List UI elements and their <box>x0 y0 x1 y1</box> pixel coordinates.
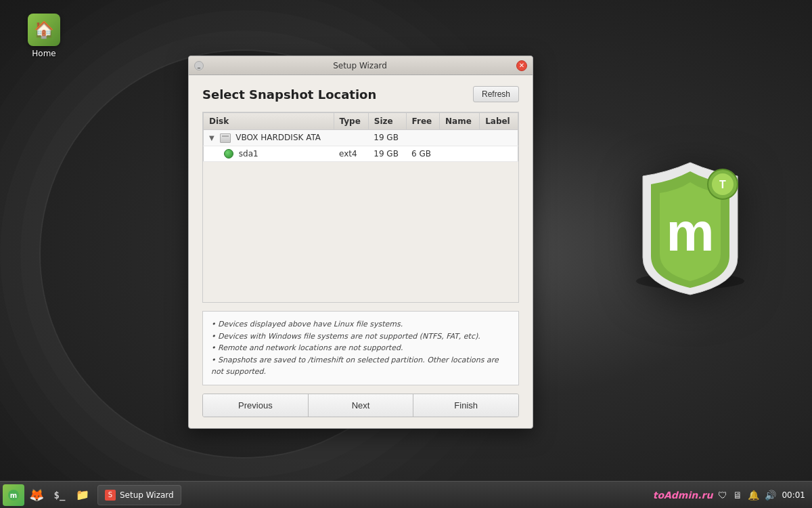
toadmin-watermark: toAdmin.ru <box>653 490 713 501</box>
partition-size-cell: 19 GB <box>368 146 406 162</box>
files-button[interactable]: 📁 <box>72 484 93 506</box>
desktop-icon-label: Home <box>32 49 55 58</box>
disk-table: Disk Type Size Free Name Label <box>203 112 518 162</box>
harddisk-icon <box>220 133 231 143</box>
partition-name: sda1 <box>239 149 258 158</box>
next-button[interactable]: Next <box>309 394 414 417</box>
col-disk: Disk <box>204 113 334 130</box>
setup-wizard-icon: S <box>105 490 116 501</box>
previous-button[interactable]: Previous <box>203 394 309 417</box>
disk-type-cell <box>334 130 368 146</box>
note-3: • Remote and network locations are not s… <box>211 342 510 354</box>
svg-text:m: m <box>10 492 17 499</box>
mint-logo: m T <box>623 149 758 298</box>
expand-arrow-icon: ▼ <box>209 134 215 142</box>
partition-name-val-cell <box>439 146 479 162</box>
partition-name-cell: sda1 <box>204 146 334 162</box>
mint-menu-button[interactable]: m <box>3 484 24 506</box>
refresh-button[interactable]: Refresh <box>473 86 519 102</box>
partition-type-cell: ext4 <box>334 146 368 162</box>
disk-name: VBOX HARDDISK ATA <box>235 133 321 142</box>
dialog-title: Setup Wizard <box>204 61 516 70</box>
disk-free-cell <box>406 130 439 146</box>
terminal-button[interactable]: $_ <box>49 484 70 506</box>
desktop: Home m T _ Setup Wizard ✕ <box>0 0 812 508</box>
bluetooth-icon[interactable]: 🖥 <box>733 490 742 501</box>
close-button[interactable]: ✕ <box>516 60 527 71</box>
desktop-icon-home[interactable]: Home <box>20 14 68 58</box>
clock-display: 00:01 <box>782 490 805 500</box>
notes-section: • Devices displayed above have Linux fil… <box>202 311 519 385</box>
partition-free-cell: 6 GB <box>406 146 439 162</box>
dialog-controls: _ <box>194 61 204 70</box>
disk-name-val-cell <box>439 130 479 146</box>
dialog-heading: Select Snapshot Location Refresh <box>202 86 519 102</box>
home-folder-icon <box>28 14 60 46</box>
note-4: • Snapshots are saved to /timeshift on s… <box>211 354 510 378</box>
table-row[interactable]: ▼ VBOX HARDDISK ATA 19 GB <box>204 130 518 146</box>
network-icon[interactable]: 🛡 <box>718 490 727 501</box>
col-free: Free <box>406 113 439 130</box>
disk-table-scroll[interactable]: Disk Type Size Free Name Label <box>203 112 518 302</box>
taskbar-left: m 🦊 $_ 📁 S Setup Wizard <box>0 484 184 506</box>
firefox-button[interactable]: 🦊 <box>26 484 47 506</box>
dialog-content: Select Snapshot Location Refresh Disk Ty… <box>189 75 533 428</box>
volume-icon[interactable]: 🔊 <box>765 490 776 501</box>
note-1: • Devices displayed above have Linux fil… <box>211 318 510 331</box>
svg-text:T: T <box>719 179 726 190</box>
partition-label-cell <box>480 146 518 162</box>
col-name: Name <box>439 113 479 130</box>
disk-name-cell: ▼ VBOX HARDDISK ATA <box>204 130 334 146</box>
taskbar: m 🦊 $_ 📁 S Setup Wizard toAdmin.ru 🛡 🖥 🔔… <box>0 481 812 508</box>
setup-wizard-dialog: _ Setup Wizard ✕ Select Snapshot Locatio… <box>188 56 533 429</box>
dialog-nav-buttons: Previous Next Finish <box>202 394 519 417</box>
col-type: Type <box>334 113 368 130</box>
table-header: Disk Type Size Free Name Label <box>204 113 518 130</box>
page-title: Select Snapshot Location <box>202 87 376 102</box>
selected-partition-icon <box>224 149 233 158</box>
table-body: ▼ VBOX HARDDISK ATA 19 GB <box>204 130 518 162</box>
disk-size-cell: 19 GB <box>368 130 406 146</box>
col-label: Label <box>480 113 518 130</box>
finish-button[interactable]: Finish <box>413 394 518 417</box>
sound-icon[interactable]: 🔔 <box>748 490 759 501</box>
minimize-button[interactable]: _ <box>194 61 204 70</box>
disk-table-container: Disk Type Size Free Name Label <box>202 112 519 303</box>
col-size: Size <box>368 113 406 130</box>
table-row[interactable]: sda1 ext4 19 GB 6 GB <box>204 146 518 162</box>
svg-text:m: m <box>666 202 714 262</box>
taskbar-right: toAdmin.ru 🛡 🖥 🔔 🔊 00:01 <box>646 490 812 501</box>
taskbar-app-setup-wizard[interactable]: S Setup Wizard <box>97 485 181 505</box>
note-2: • Devices with Windows file systems are … <box>211 331 510 343</box>
taskbar-app-label: Setup Wizard <box>120 490 174 500</box>
disk-label-cell <box>480 130 518 146</box>
dialog-titlebar: _ Setup Wizard ✕ <box>189 56 533 75</box>
